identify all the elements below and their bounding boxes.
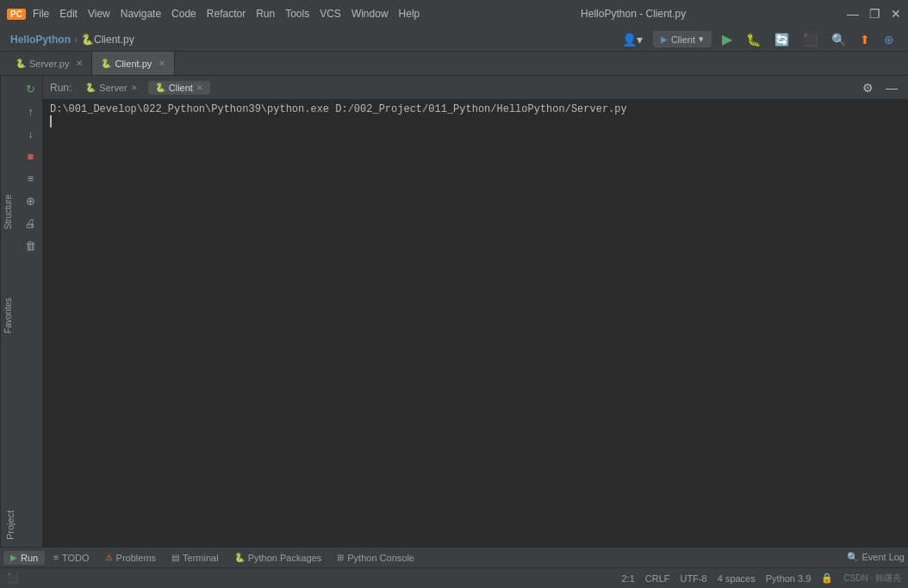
status-lock[interactable]: 🔒 — [821, 573, 833, 584]
maximize-button[interactable]: ❐ — [869, 7, 880, 21]
server-tab-icon: 🐍 — [85, 83, 96, 92]
pin-button[interactable]: ≡ — [22, 169, 40, 188]
run-controls: ↻ ↑ ↓ ■ ≡ ⊕ 🖨 🗑 — [19, 76, 43, 547]
minimize-button[interactable]: — — [847, 7, 859, 21]
bottom-tab-python-packages[interactable]: 🐍 Python Packages — [227, 551, 329, 565]
breadcrumb-separator: › — [74, 34, 78, 46]
print-button[interactable]: 🖨 — [22, 214, 40, 232]
search-button[interactable]: 🔍 — [828, 31, 849, 48]
cursor — [50, 115, 52, 127]
tab-server-label: Server.py — [29, 59, 69, 69]
favorites-tab[interactable]: Favorites — [0, 293, 17, 338]
client-file-icon: 🐍 — [101, 59, 111, 68]
search-icon-bottom: 🔍 — [847, 552, 859, 562]
content-area: Project ↻ ↑ ↓ ■ ≡ ⊕ 🖨 🗑 Run: 🐍 Server ✕ — [0, 76, 908, 547]
run-panel-controls: ⚙ — — [859, 79, 901, 96]
menu-run[interactable]: Run — [256, 8, 275, 20]
menu-help[interactable]: Help — [399, 8, 420, 20]
breadcrumb-file[interactable]: Client.py — [94, 34, 134, 46]
breadcrumb-project[interactable]: HelloPython — [10, 34, 71, 46]
file-icon: 🐍 — [81, 34, 94, 46]
menu-window[interactable]: Window — [351, 8, 389, 20]
run-tab-icon-bottom: ▶ — [10, 553, 17, 562]
run-minimize-button[interactable]: — — [882, 79, 901, 96]
menu-refactor[interactable]: Refactor — [207, 8, 246, 20]
menu-view[interactable]: View — [88, 8, 110, 20]
run-output: D:\001_Develop\022_Python\Python39\pytho… — [43, 100, 908, 547]
stop-button[interactable]: ⬛ — [799, 31, 821, 48]
stop-run-button[interactable]: ■ — [22, 146, 40, 165]
scroll-up-button[interactable]: ↑ — [22, 102, 40, 121]
todo-icon: ≡ — [53, 553, 59, 562]
bottom-tab-todo[interactable]: ≡ TODO — [47, 551, 96, 565]
run-config-dropdown[interactable]: ▶ Client ▾ — [653, 31, 712, 47]
menu-code[interactable]: Code — [171, 8, 196, 20]
status-python-version[interactable]: Python 3.9 — [766, 573, 812, 584]
bottom-tab-python-console-label: Python Console — [347, 553, 414, 563]
close-button[interactable]: ✕ — [891, 7, 901, 21]
structure-tab-label: Structure — [3, 195, 13, 230]
coverage-button[interactable]: 🔄 — [771, 31, 793, 48]
problems-icon: ⚠ — [105, 553, 113, 562]
run-panel-header: Run: 🐍 Server ✕ 🐍 Client ✕ ⚙ — — [43, 76, 908, 100]
bottom-tab-run[interactable]: ▶ Run — [3, 551, 45, 565]
server-file-icon: 🐍 — [16, 59, 26, 68]
status-line-endings[interactable]: CRLF — [645, 573, 670, 584]
run-button[interactable]: ▶ — [718, 29, 736, 49]
tab-server[interactable]: 🐍 Server.py ✕ — [7, 52, 92, 75]
menu-vcs[interactable]: VCS — [320, 8, 341, 20]
tab-client-close[interactable]: ✕ — [159, 59, 165, 68]
rerun-button[interactable]: ↻ — [22, 79, 40, 98]
run-settings-button[interactable]: ⚙ — [859, 79, 877, 96]
run-config-label: Client — [671, 34, 695, 45]
menu-edit[interactable]: Edit — [59, 8, 78, 20]
bottom-tab-terminal[interactable]: ▤ Terminal — [165, 551, 226, 565]
run-tab-client-label: Client — [169, 83, 193, 93]
breadcrumb-bar: HelloPython › 🐍 Client.py 👤▾ ▶ Client ▾ … — [0, 28, 908, 52]
event-log-button[interactable]: 🔍 Event Log — [847, 552, 905, 563]
bottom-tab-problems[interactable]: ⚠ Problems — [98, 551, 163, 565]
run-tab-client[interactable]: 🐍 Client ✕ — [148, 81, 210, 95]
title-bar: PC File Edit View Navigate Code Refactor… — [0, 0, 908, 28]
run-tab-server-close[interactable]: ✕ — [131, 84, 138, 92]
toolbar-right: 👤▾ ▶ Client ▾ ▶ 🐛 🔄 ⬛ 🔍 ⬆ ⊕ — [619, 29, 898, 49]
status-checkbox[interactable]: ⬛ — [7, 573, 19, 584]
status-position[interactable]: 2:1 — [622, 573, 635, 584]
app-logo: PC — [7, 9, 26, 20]
run-tab-server[interactable]: 🐍 Server ✕ — [78, 81, 144, 95]
scroll-down-button[interactable]: ↓ — [22, 124, 40, 143]
event-log-area: 🔍 Event Log — [847, 552, 905, 563]
event-log-label: Event Log — [861, 552, 905, 562]
layout-button[interactable]: ⊕ — [22, 191, 40, 210]
bottom-tab-run-label: Run — [21, 553, 38, 563]
status-indent[interactable]: 4 spaces — [718, 573, 756, 584]
panel-area: Run: 🐍 Server ✕ 🐍 Client ✕ ⚙ — D:\ — [43, 76, 908, 547]
status-encoding[interactable]: UTF-8 — [681, 573, 707, 584]
run-config-icon: ▶ — [661, 34, 668, 44]
menu-bar: File Edit View Navigate Code Refactor Ru… — [33, 8, 420, 20]
run-tab-client-close[interactable]: ✕ — [196, 84, 203, 92]
favorites-tab-label: Favorites — [3, 298, 13, 333]
status-watermark: CSDN · 韩曙亮 — [843, 573, 901, 585]
structure-tab[interactable]: Structure — [0, 189, 17, 235]
menu-navigate[interactable]: Navigate — [121, 8, 161, 20]
vcs-button[interactable]: 👤▾ — [619, 31, 646, 48]
tab-server-close[interactable]: ✕ — [76, 59, 83, 68]
menu-file[interactable]: File — [33, 8, 49, 20]
bottom-tab-python-console[interactable]: ⊞ Python Console — [330, 551, 421, 565]
delete-button[interactable]: 🗑 — [22, 236, 40, 255]
update-button[interactable]: ⬆ — [856, 31, 874, 48]
bottom-tab-python-packages-label: Python Packages — [248, 553, 322, 563]
run-config-arrow: ▾ — [699, 34, 704, 45]
run-label: Run: — [50, 82, 72, 94]
menu-tools[interactable]: Tools — [285, 8, 309, 20]
status-right: 2:1 CRLF UTF-8 4 spaces Python 3.9 🔒 CSD… — [622, 573, 902, 585]
terminal-icon: ▤ — [171, 553, 179, 562]
bottom-tab-terminal-label: Terminal — [183, 553, 219, 563]
status-bar: ⬛ 2:1 CRLF UTF-8 4 spaces Python 3.9 🔒 C… — [0, 567, 908, 588]
debug-button[interactable]: 🐛 — [743, 31, 764, 48]
editor-tabs: 🐍 Server.py ✕ 🐍 Client.py ✕ — [0, 52, 908, 76]
tab-client[interactable]: 🐍 Client.py ✕ — [92, 52, 175, 75]
plugin-button[interactable]: ⊕ — [880, 31, 898, 48]
run-tab-server-label: Server — [99, 83, 127, 93]
